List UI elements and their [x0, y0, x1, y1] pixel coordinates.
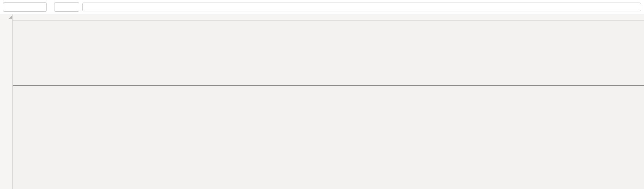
column-headers — [0, 14, 644, 21]
name-box[interactable] — [3, 2, 47, 12]
formula-toolbar — [0, 0, 644, 14]
formula-buttons — [54, 2, 79, 12]
sheet-canvas — [0, 0, 644, 189]
formula-bar-input[interactable] — [82, 3, 641, 11]
freeze-pane-divider — [0, 85, 644, 86]
select-all-corner[interactable] — [0, 14, 13, 20]
row-headers — [0, 20, 13, 189]
spreadsheet-app — [0, 0, 644, 189]
